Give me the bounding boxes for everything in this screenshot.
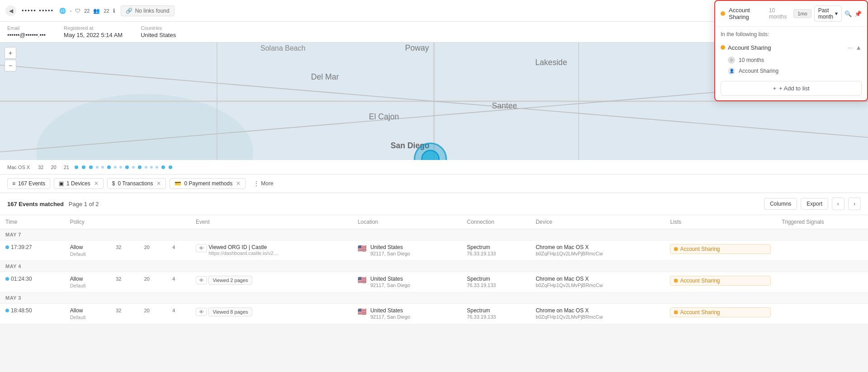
user-count: 22 (104, 8, 109, 14)
sub-item-name: 👤 Account Sharing (728, 66, 862, 76)
add-to-list-button[interactable]: + + Add to list (721, 81, 862, 96)
payment-close-button[interactable]: ✕ (236, 180, 241, 187)
table-row: 17:39:27AllowDefault32204 👁 Viewed ORG I… (0, 240, 868, 261)
table-head: Time Policy Event Location Connection De… (0, 215, 868, 229)
col-signals: Triggered Signals (776, 215, 868, 229)
time-cell: 17:39:27 (0, 240, 65, 261)
payment-tag-label: 0 Payment methods (184, 180, 232, 187)
time-cell: 18:48:50 (0, 304, 65, 324)
registered-label: Registered at (64, 25, 123, 31)
prev-page-button[interactable]: ‹ (832, 198, 844, 210)
eye-button[interactable]: 👁 (196, 244, 207, 252)
more-button[interactable]: ⋮ More (249, 179, 278, 188)
flag-icon: 🇺🇸 (358, 276, 367, 284)
period-label: Past month (818, 7, 833, 20)
list-more-button[interactable]: ··· (847, 44, 853, 51)
dollar-icon: $ (112, 180, 115, 187)
events-matched: 167 Events matched (7, 201, 64, 207)
num1: 32 (38, 165, 43, 170)
popup-title: Account Sharing (729, 7, 764, 20)
device-id: b0ZqFHp1Qv2LMvPjBRmcCw (536, 283, 660, 288)
date-group-row: MAY 7 (0, 229, 868, 240)
sub-name-label: Account Sharing (739, 68, 778, 74)
lists-cell: Account Sharing (665, 304, 776, 324)
timeline-dot-sm-6 (145, 166, 147, 169)
svg-text:Lakeside: Lakeside (535, 58, 567, 67)
transactions-close-button[interactable]: ✕ (156, 180, 161, 187)
score-cell: 20 (139, 272, 167, 292)
popup-filter-area: 1mo Past month ▾ 🔍 📌 (793, 5, 862, 22)
timeline-dot-sm-4 (119, 166, 122, 169)
next-page-button[interactable]: › (848, 198, 861, 210)
timeline-dot-sm-7 (150, 166, 153, 169)
event-cell: 👁 Viewed 2 pages (190, 272, 352, 292)
page-info: Page 1 of 2 (69, 201, 99, 207)
more-label: More (261, 180, 273, 187)
score-cell: 32 (110, 304, 139, 324)
device-id: b0ZqFHp1Qv2LMvPjBRmcCw (536, 251, 660, 256)
location-cell: 🇺🇸United States92117, San Diego (352, 272, 462, 292)
date-group-row: MAY 4 (0, 261, 868, 272)
policy-cell: AllowDefault (65, 272, 111, 292)
col-policy: Policy (65, 215, 111, 229)
dash-separator: - (70, 8, 71, 14)
timeline-dot-6 (138, 165, 142, 169)
svg-text:Del Mar: Del Mar (311, 72, 339, 81)
map-zoom-out[interactable]: − (5, 60, 16, 71)
popup-container: Account Sharing 10 months 1mo Past month… (714, 0, 868, 101)
card-icon: 💳 (175, 180, 181, 187)
list-item-row: Account Sharing ··· ▲ (721, 41, 862, 54)
list-badge-label: Account Sharing (680, 309, 720, 315)
list-name: Account Sharing (721, 44, 771, 51)
eye-button[interactable]: 👁 (196, 308, 207, 316)
back-button[interactable]: ◀ (5, 5, 16, 16)
globe-icon: 🌐 (59, 8, 66, 14)
person-icon: 👤 (728, 67, 735, 75)
events-filter-tag[interactable]: ≡ 167 Events (7, 178, 50, 189)
list-collapse-button[interactable]: ▲ (855, 44, 862, 51)
col-time: Time (0, 215, 65, 229)
registered-value: May 15, 2022 5:14 AM (64, 32, 123, 38)
timeline-dot-4 (107, 165, 111, 169)
col-location: Location (352, 215, 462, 229)
map-zoom-in[interactable]: + (5, 47, 16, 59)
transactions-tag-label: 0 Transactions (118, 180, 153, 187)
time-cell: 01:24:30 (0, 272, 65, 292)
viewed-pages-button[interactable]: Viewed 8 pages (208, 307, 252, 316)
in-lists-label: In the following lists: (721, 31, 862, 38)
date-group-cell: MAY 3 (0, 292, 868, 304)
num3: 21 (64, 165, 69, 170)
columns-button[interactable]: Columns (764, 198, 797, 210)
list-badge: Account Sharing (670, 276, 771, 286)
users-icon: 👥 (93, 8, 100, 14)
export-button[interactable]: Export (801, 198, 828, 210)
timeline-dot-5 (125, 165, 129, 169)
timeline-dot-8 (169, 165, 172, 169)
search-icon[interactable]: 🔍 (844, 10, 852, 17)
col-icon2 (139, 215, 167, 229)
col-event: Event (190, 215, 352, 229)
period-dropdown[interactable]: Past month ▾ (814, 5, 842, 22)
date-group-cell: MAY 7 (0, 229, 868, 240)
event-url: https://dashboard.castle.io/v2.... (208, 250, 278, 256)
device-name: Chrome on Mac OS X (536, 244, 660, 250)
devices-close-button[interactable]: ✕ (94, 180, 99, 187)
time-filter-button[interactable]: 1mo (793, 9, 811, 18)
link-icon: 🔗 (126, 8, 132, 14)
table-wrap: Time Policy Event Location Connection De… (0, 215, 868, 324)
viewed-pages-button[interactable]: Viewed 2 pages (208, 276, 252, 285)
payment-filter-tag[interactable]: 💳 0 Payment methods ✕ (170, 178, 245, 189)
score-cell: 20 (139, 304, 167, 324)
location-cell: 🇺🇸United States92117, San Diego (352, 240, 462, 261)
score-cell: 32 (110, 240, 139, 261)
devices-filter-tag[interactable]: ▣ 1 Devices ✕ (54, 178, 104, 189)
pin-icon[interactable]: 📌 (854, 10, 862, 17)
transactions-filter-tag[interactable]: $ 0 Transactions ✕ (107, 178, 166, 189)
eye-button[interactable]: 👁 (196, 276, 207, 284)
timeline-dot-sm-2 (101, 166, 104, 169)
connection-cell: Spectrum76.33.19.133 (462, 272, 530, 292)
list-actions: ··· ▲ (847, 44, 862, 51)
table-body: MAY 717:39:27AllowDefault32204 👁 Viewed … (0, 229, 868, 324)
orange-square (674, 279, 678, 283)
timeline-dot-1 (75, 165, 78, 169)
